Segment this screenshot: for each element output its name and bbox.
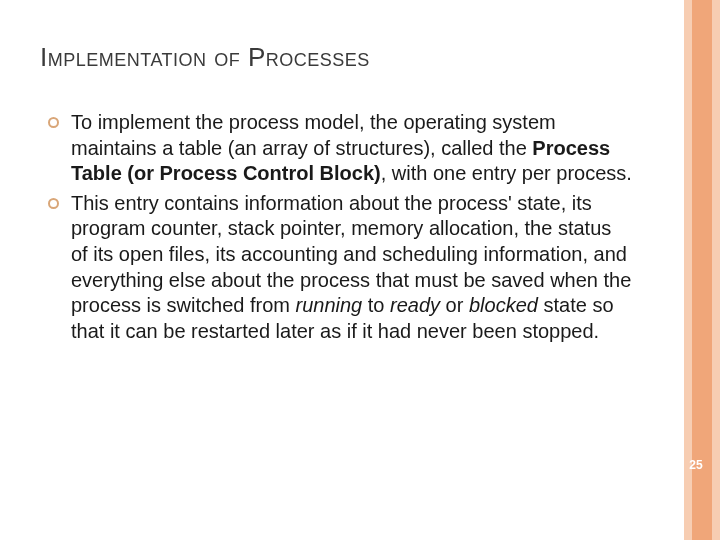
slide-content: To implement the process model, the oper… [48,110,632,348]
text-italic: blocked [469,294,538,316]
text-run: To implement the process model, the oper… [71,111,556,159]
text-run: or [440,294,469,316]
text-italic: ready [390,294,440,316]
text-run: to [362,294,390,316]
slide: Implementation of Processes To implement… [0,0,720,540]
slide-title: Implementation of Processes [40,42,370,73]
bullet-text: This entry contains information about th… [71,191,632,345]
page-number: 25 [686,458,706,472]
text-run: , with one entry per process. [381,162,632,184]
bullet-icon [48,117,59,128]
text-italic: running [296,294,363,316]
list-item: This entry contains information about th… [48,191,632,345]
bullet-text: To implement the process model, the oper… [71,110,632,187]
bullet-icon [48,198,59,209]
list-item: To implement the process model, the oper… [48,110,632,187]
